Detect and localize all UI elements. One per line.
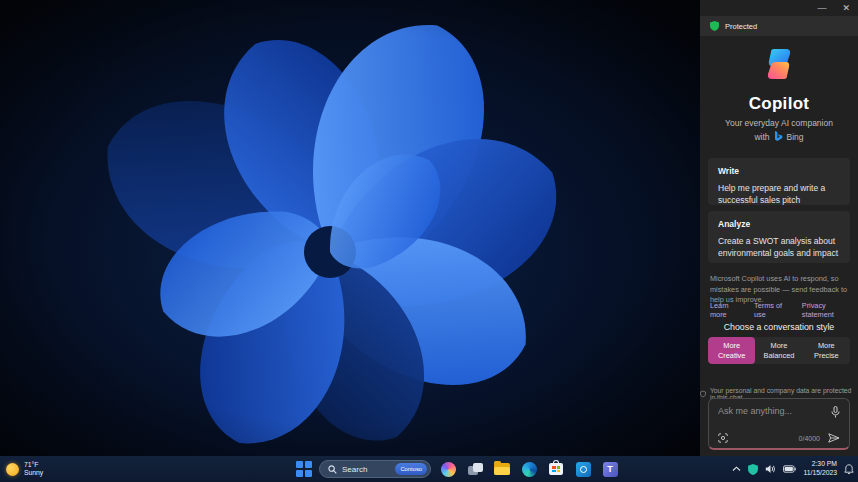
tray-date: 11/15/2023 [803,469,837,478]
with-bing-row: with Bing [700,131,858,142]
chat-input-box: 0/4000 [708,398,850,450]
bloom-wallpaper-art [0,0,700,456]
taskbar: 71°F Sunny Search Contoso [0,456,858,482]
conversation-style-group: More Creative More Balanced More Precise [708,337,850,364]
style-more-creative[interactable]: More Creative [708,337,755,364]
outlook-icon[interactable] [573,459,593,479]
privacy-statement-link[interactable]: Privacy statement [802,301,850,319]
close-button[interactable]: ✕ [842,3,850,13]
send-button[interactable] [828,433,840,443]
copilot-title: Copilot [700,94,858,114]
with-label: with [754,132,769,142]
style-more-balanced[interactable]: More Balanced [755,337,802,364]
protected-label: Protected [725,22,757,31]
edge-icon[interactable] [519,459,539,479]
copilot-taskbar-icon[interactable] [438,459,458,479]
microphone-button[interactable] [831,406,840,418]
task-view-icon[interactable] [465,459,485,479]
tray-time: 2:30 PM [812,460,837,469]
suggestion-card-analyze[interactable]: Analyze Create a SWOT analysis about env… [708,211,850,263]
file-explorer-icon[interactable] [492,459,512,479]
search-placeholder: Search [342,465,390,474]
suggestion-card-write[interactable]: Write Help me prepare and write a succes… [708,158,850,205]
microsoft-store-icon[interactable] [546,459,566,479]
copilot-sidebar: — ✕ Protected [700,0,858,456]
weather-temp: 71°F [24,461,43,469]
search-box[interactable]: Search Contoso [319,460,431,478]
windows-logo-icon [305,470,312,477]
char-counter: 0/4000 [799,435,820,442]
copilot-subtitle: Your everyday AI companion [700,118,858,128]
add-image-button[interactable] [718,433,728,443]
sunny-icon [6,463,19,476]
weather-condition: Sunny [24,469,43,477]
windows-logo-icon [296,461,303,468]
terms-of-use-link[interactable]: Terms of use [754,301,789,319]
volume-icon[interactable] [765,464,776,474]
card-title: Write [718,166,840,176]
start-button[interactable] [296,461,312,477]
contoso-badge: Contoso [395,463,427,475]
windows-logo-icon [305,461,312,468]
tray-clock[interactable]: 2:30 PM 11/15/2023 [803,460,837,478]
chat-input[interactable] [718,406,828,416]
shield-small-icon [700,390,706,398]
search-icon [328,465,337,474]
legal-links: Learn more Terms of use Privacy statemen… [710,301,850,319]
weather-widget[interactable]: 71°F Sunny [6,461,43,478]
bing-label: Bing [787,132,804,142]
notification-bell-icon[interactable] [844,464,854,475]
tray-chevron-up-icon[interactable] [732,466,741,472]
card-body: Create a SWOT analysis about environment… [718,236,840,260]
card-title: Analyze [718,219,840,229]
battery-icon[interactable] [783,465,796,473]
shield-protected-icon [710,21,719,31]
desktop-wallpaper [0,0,700,456]
teams-icon[interactable]: T [600,459,620,479]
windows-logo-icon [296,470,303,477]
security-shield-tray-icon[interactable] [748,464,758,475]
conversation-style-heading: Choose a conversation style [700,322,858,332]
card-body: Help me prepare and write a successful s… [718,183,840,207]
style-more-precise[interactable]: More Precise [803,337,850,364]
bing-icon [774,131,783,142]
protected-banner: Protected [700,16,858,36]
learn-more-link[interactable]: Learn more [710,301,741,319]
minimize-button[interactable]: — [817,3,826,13]
copilot-logo [762,48,796,80]
